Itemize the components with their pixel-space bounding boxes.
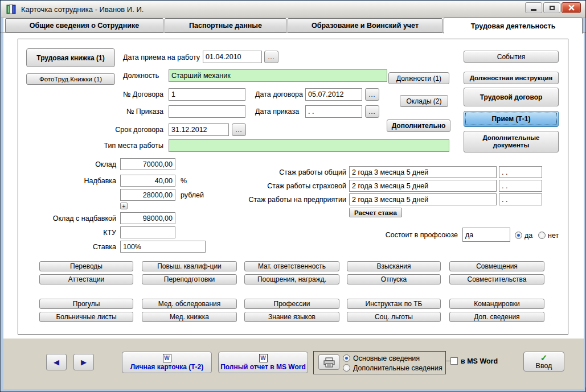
window-title: Карточка сотрудника - Иванов И. И. (21, 5, 144, 14)
hiring-t1-button[interactable]: Прием (Т-1) (464, 111, 559, 127)
social-benefits-button[interactable]: Соц. льготы (347, 312, 441, 322)
full-report-word-label: Полный отчет в MS Word (220, 363, 306, 371)
books-icon (6, 3, 17, 15)
contract-date-field[interactable]: 05.07.2012 (305, 88, 362, 101)
labor-contract-button[interactable]: Трудовой договор (464, 88, 559, 106)
union-no-radio[interactable] (538, 232, 546, 239)
print-additional-info-label: Дополнительные сведения (353, 363, 442, 373)
secondary-jobs-button[interactable]: Совместительства (449, 274, 544, 284)
hire-date-field[interactable]: 01.04.2010 (203, 51, 262, 63)
transfers-button[interactable]: Переводы (39, 261, 133, 271)
close-icon (568, 5, 575, 11)
order-date-label: Дата приказа (255, 105, 299, 118)
title-bar: Карточка сотрудника - Иванов И. И. (1, 1, 586, 18)
experience-total-date-field[interactable]: . . (499, 166, 542, 178)
medical-book-button[interactable]: Мед. книжка (142, 312, 237, 322)
tab-passport-data[interactable]: Паспортные данные (165, 18, 286, 32)
minimize-icon (531, 9, 536, 11)
personal-card-t2-button[interactable]: W Личная карточка (Т-2) (122, 352, 212, 373)
position-field[interactable]: Старший механик (169, 69, 387, 82)
experience-total-field[interactable]: 2 года 3 месяца 5 дней (349, 166, 497, 178)
contract-term-label: Срок договора (106, 123, 163, 136)
print-button[interactable] (318, 354, 339, 370)
next-arrow-icon: ▶ (81, 358, 87, 366)
to-ms-word-label: в MS Word (461, 356, 498, 366)
experience-insured-label: Стаж работы страховой (245, 180, 346, 192)
enter-button[interactable]: ✓ Ввод (523, 352, 564, 372)
photo-work-book-button[interactable]: ФотоТруд.Книжки (1) (26, 73, 115, 85)
order-no-field[interactable] (169, 105, 245, 118)
qualification-upgrade-button[interactable]: Повыш. квалиф-ции (142, 261, 237, 271)
bonus-rubles-field[interactable]: 28000,00 (120, 189, 175, 201)
experience-calc-button[interactable]: Расчет стажа (349, 208, 402, 217)
next-employee-button[interactable]: ▶ (73, 354, 94, 370)
rewards-button[interactable]: Поощрения, награжд. (244, 274, 339, 284)
job-instruction-button[interactable]: Должностная инструкция (464, 72, 559, 84)
prev-arrow-icon: ◀ (54, 358, 59, 366)
experience-company-field[interactable]: 2 года 3 месяца 5 дней (349, 193, 497, 205)
union-no-label: нет (548, 230, 559, 241)
prev-employee-button[interactable]: ◀ (46, 354, 67, 370)
union-yes-radio[interactable] (515, 232, 522, 239)
salary-field[interactable]: 70000,00 (120, 158, 175, 170)
group-connector-line (446, 361, 450, 361)
business-trips-button[interactable]: Командировки (449, 299, 544, 309)
position-label: Должность (123, 69, 159, 82)
positions-button[interactable]: Должности (1) (388, 72, 449, 84)
maximize-button[interactable] (543, 2, 560, 13)
attestations-button[interactable]: Аттестации (39, 274, 133, 284)
union-field[interactable]: да (462, 228, 510, 242)
printer-icon (323, 357, 335, 368)
rate-field[interactable]: 100% (120, 241, 206, 253)
work-book-button[interactable]: Трудовая книжка (1) (26, 48, 115, 67)
workplace-type-field[interactable] (169, 139, 449, 152)
penalties-button[interactable]: Взыскания (347, 261, 441, 271)
bonus-label: Надбавка (72, 175, 116, 187)
maximize-icon (550, 6, 555, 10)
medical-examinations-button[interactable]: Мед. обследования (142, 299, 237, 309)
close-button[interactable] (562, 2, 581, 13)
full-report-word-button[interactable]: W Полный отчет в MS Word (218, 352, 308, 373)
tab-general-info[interactable]: Общие сведения о Сотруднике (5, 18, 163, 32)
contract-date-browse-button[interactable]: ... (365, 88, 379, 101)
material-responsibility-button[interactable]: Мат. ответственность (244, 261, 339, 271)
salary-label: Оклад (80, 158, 116, 170)
order-date-field[interactable]: . . (305, 105, 362, 118)
hire-date-browse-button[interactable]: ... (264, 51, 278, 63)
union-yes-label: да (524, 230, 532, 241)
print-main-info-radio[interactable] (343, 354, 350, 362)
contract-term-field[interactable]: 31.12.2012 (169, 123, 229, 136)
order-date-browse-button[interactable]: ... (365, 105, 379, 118)
safety-briefing-button[interactable]: Инструктаж по ТБ (347, 299, 441, 309)
retraining-button[interactable]: Переподготовки (142, 274, 237, 284)
additional-button[interactable]: Дополнительно (387, 119, 450, 132)
to-ms-word-checkbox[interactable] (450, 357, 458, 365)
print-additional-info-radio[interactable] (343, 364, 350, 372)
personal-card-t2-label: Личная карточка (Т-2) (130, 363, 204, 371)
print-main-info-label: Основные сведения (353, 353, 420, 363)
experience-insured-field[interactable]: 2 года 3 месяца 5 дней (349, 180, 497, 192)
tab-work-activity[interactable]: Трудовая деятельность (444, 18, 583, 34)
minimize-button[interactable] (525, 2, 542, 13)
salary-with-bonus-field[interactable]: 98000,00 (120, 212, 175, 224)
ktu-label: КТУ (86, 226, 116, 238)
events-button[interactable]: События (464, 51, 559, 63)
sick-leaves-button[interactable]: Больничные листы (39, 312, 133, 322)
experience-insured-date-field[interactable]: . . (499, 180, 542, 192)
absences-button[interactable]: Прогулы (39, 299, 133, 309)
add-bonus-button[interactable]: + (120, 203, 128, 209)
ktu-field[interactable] (120, 226, 175, 238)
vacations-button[interactable]: Отпуска (347, 274, 441, 284)
salaries-button[interactable]: Оклады (2) (400, 95, 448, 107)
contract-term-browse-button[interactable]: ... (232, 123, 246, 136)
contract-no-label: № Договора (113, 88, 163, 101)
contract-no-field[interactable]: 1 (169, 88, 245, 101)
combinations-button[interactable]: Совмещения (449, 261, 544, 271)
additional-info-button[interactable]: Доп. сведения (449, 312, 544, 322)
professions-button[interactable]: Профессии (244, 299, 339, 309)
experience-company-date-field[interactable]: . . (499, 193, 542, 205)
bonus-percent-field[interactable]: 40,00 (120, 175, 175, 187)
additional-documents-button[interactable]: Дополнительные документы (464, 131, 559, 152)
tab-education-military[interactable]: Образование и Воинский учет (288, 18, 442, 32)
languages-button[interactable]: Знание языков (244, 312, 339, 322)
